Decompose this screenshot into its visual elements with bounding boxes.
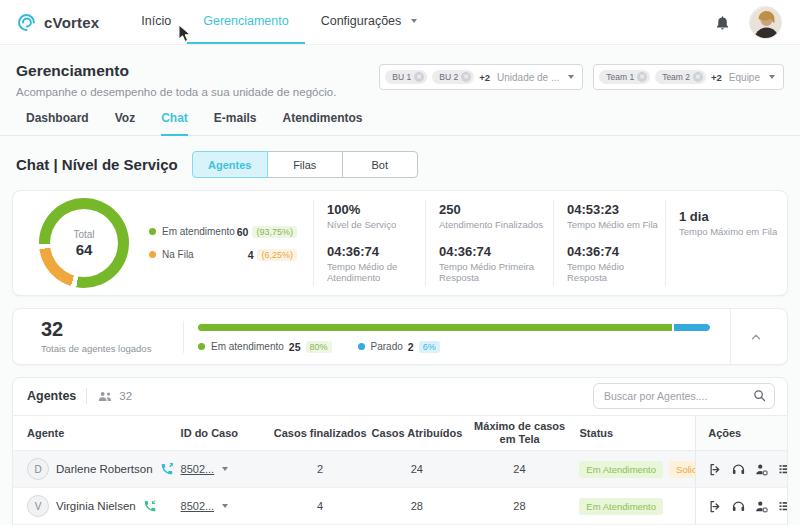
agents-panel-title: Agentes bbox=[27, 389, 76, 403]
filter-chip: BU 1 ✕ bbox=[385, 70, 427, 84]
case-id-link[interactable]: 8502... bbox=[181, 463, 215, 475]
brand-name: cVortex bbox=[44, 14, 99, 31]
headset-icon[interactable] bbox=[731, 462, 746, 477]
column-header-acoes: Ações bbox=[695, 416, 787, 450]
chip-overflow-count: +2 bbox=[479, 72, 490, 83]
stat-label: Tempo Médio Resposta bbox=[567, 261, 665, 285]
agents-bar-legend: Em atendimento 25 80% Parado 2 6% bbox=[198, 341, 720, 353]
agents-summary-card: 32 Totais de agentes logados Em atendime… bbox=[12, 308, 788, 365]
page-header: Gerenciamento Acompanhe o desempenho de … bbox=[0, 45, 800, 98]
stat-label: Tempo Máximo em Fila bbox=[679, 226, 795, 238]
segment-bot[interactable]: Bot bbox=[342, 151, 418, 178]
chip-remove-icon[interactable]: ✕ bbox=[461, 72, 471, 82]
collapse-panel-button[interactable] bbox=[730, 309, 777, 364]
phone-incoming-icon[interactable] bbox=[143, 499, 157, 513]
case-id-link[interactable]: 8502... bbox=[181, 500, 215, 512]
agent-name: Darlene Robertson bbox=[56, 463, 153, 475]
stat-label: Tempo Médio de Atendimento bbox=[327, 261, 425, 285]
main-nav: Início Gerenciamento Configurações bbox=[125, 0, 433, 44]
people-icon bbox=[97, 388, 114, 405]
stat-value: 04:36:74 bbox=[439, 244, 553, 259]
legend-pct-badge: (6,25%) bbox=[257, 249, 297, 261]
chip-remove-icon[interactable]: ✕ bbox=[414, 72, 424, 82]
donut-legend: Em atendimento 60 (93,75%) Na Fila 4 (6,… bbox=[149, 226, 297, 261]
chevron-up-icon bbox=[749, 330, 763, 344]
chip-label: Team 1 bbox=[606, 72, 634, 82]
chevron-down-icon[interactable] bbox=[222, 504, 228, 508]
phone-forwarded-icon[interactable] bbox=[160, 462, 174, 476]
logout-agent-icon[interactable] bbox=[708, 499, 723, 514]
stat-tempo-medio-fila: 04:53:23 Tempo Médio em Fila bbox=[567, 202, 665, 231]
chip-remove-icon[interactable]: ✕ bbox=[637, 72, 647, 82]
assign-user-icon[interactable] bbox=[754, 462, 769, 477]
legend-item: Na Fila 4 (6,25%) bbox=[149, 249, 297, 261]
nav-item-configuracoes[interactable]: Configurações bbox=[305, 0, 434, 44]
stat-label: Nível de Serviço bbox=[327, 219, 425, 231]
headset-icon[interactable] bbox=[731, 499, 746, 514]
search-input[interactable] bbox=[593, 383, 775, 409]
logout-agent-icon[interactable] bbox=[708, 462, 723, 477]
nav-item-inicio[interactable]: Início bbox=[125, 0, 187, 44]
bar-segment-em-atendimento bbox=[198, 324, 672, 331]
legend-value: 4 bbox=[248, 249, 254, 261]
queue-list-icon[interactable] bbox=[777, 462, 788, 477]
brand[interactable]: cVortex bbox=[16, 12, 99, 33]
agents-table-card: Agentes 32 Agente ID do Caso Casos final… bbox=[12, 377, 788, 525]
chevron-down-icon[interactable] bbox=[222, 467, 228, 471]
legend-value: 2 bbox=[408, 341, 414, 353]
stat-label: Atendimento Finalizados bbox=[439, 219, 553, 231]
column-header-agente: Agente bbox=[13, 416, 181, 450]
legend-value: 25 bbox=[289, 341, 301, 353]
nav-item-configuracoes-label: Configurações bbox=[321, 14, 402, 28]
column-header-casos-finalizados: Casos finalizados bbox=[272, 416, 368, 450]
cases-assigned-value: 28 bbox=[368, 488, 466, 524]
bar-segment-parado bbox=[674, 324, 710, 331]
agents-progress-bar bbox=[198, 324, 710, 331]
legend-pct-badge: 80% bbox=[306, 341, 332, 353]
segment-filas[interactable]: Filas bbox=[267, 151, 343, 178]
bell-icon[interactable] bbox=[714, 14, 731, 31]
tab-atendimentos[interactable]: Atendimentos bbox=[283, 111, 363, 136]
page-title: Gerenciamento bbox=[16, 62, 336, 80]
filter-chip: Team 1 ✕ bbox=[599, 70, 650, 84]
tab-emails[interactable]: E-mails bbox=[214, 111, 257, 136]
service-stats-grid: 100% Nível de Serviço 04:36:74 Tempo Méd… bbox=[313, 191, 795, 295]
legend-dot-green bbox=[149, 228, 156, 235]
user-avatar[interactable] bbox=[749, 6, 782, 39]
filter-placeholder: Equipe bbox=[729, 72, 760, 83]
filter-chip: BU 2 ✕ bbox=[432, 70, 474, 84]
legend-pct-badge: (93,75%) bbox=[252, 226, 297, 238]
service-level-card: Total 64 Em atendimento 60 (93,75%) Na F… bbox=[12, 190, 788, 296]
search-icon[interactable] bbox=[752, 388, 767, 407]
table-row[interactable]: V Virginia Nielsen 8502... 4 28 28 Em At… bbox=[13, 488, 787, 525]
cases-finished-value: 4 bbox=[272, 488, 368, 524]
table-row[interactable]: D Darlene Robertson 8502... 2 24 24 Em A… bbox=[13, 451, 787, 488]
legend-item: Parado 2 6% bbox=[358, 341, 440, 353]
stat-nivel-servico: 100% Nível de Serviço bbox=[327, 202, 425, 231]
assign-user-icon[interactable] bbox=[754, 499, 769, 514]
stat-label: Tempo Médio Primeira Resposta bbox=[439, 261, 553, 285]
stat-atendimento-finalizados: 250 Atendimento Finalizados bbox=[439, 202, 553, 231]
chip-remove-icon[interactable]: ✕ bbox=[693, 72, 703, 82]
legend-value: 60 bbox=[237, 226, 249, 238]
stat-value: 100% bbox=[327, 202, 425, 217]
tab-chat[interactable]: Chat bbox=[161, 111, 188, 136]
agents-count: 32 bbox=[119, 390, 132, 402]
tab-dashboard[interactable]: Dashboard bbox=[26, 111, 89, 136]
stat-value: 04:36:74 bbox=[327, 244, 425, 259]
tab-voz[interactable]: Voz bbox=[115, 111, 135, 136]
legend-item: Em atendimento 60 (93,75%) bbox=[149, 226, 297, 238]
view-tabs: Dashboard Voz Chat E-mails Atendimentos bbox=[0, 111, 800, 136]
stat-tempo-maximo-fila: 1 dia Tempo Máximo em Fila bbox=[679, 209, 795, 238]
stat-tempo-primeira-resposta: 04:36:74 Tempo Médio Primeira Resposta bbox=[439, 244, 553, 285]
business-unit-filter[interactable]: BU 1 ✕ BU 2 ✕ +2 Unidade de ... bbox=[379, 64, 583, 90]
logged-agents-label: Totais de agentes logados bbox=[41, 343, 173, 354]
team-filter[interactable]: Team 1 ✕ Team 2 ✕ +2 Equipe bbox=[593, 64, 784, 90]
status-badge: Em Atendimento bbox=[579, 461, 663, 478]
nav-item-gerenciamento[interactable]: Gerenciamento bbox=[187, 0, 304, 44]
chevron-down-icon bbox=[769, 75, 775, 79]
column-header-status: Status bbox=[574, 416, 696, 450]
queue-list-icon[interactable] bbox=[777, 499, 788, 514]
segment-agentes[interactable]: Agentes bbox=[192, 151, 268, 178]
legend-label: Na Fila bbox=[162, 249, 248, 260]
